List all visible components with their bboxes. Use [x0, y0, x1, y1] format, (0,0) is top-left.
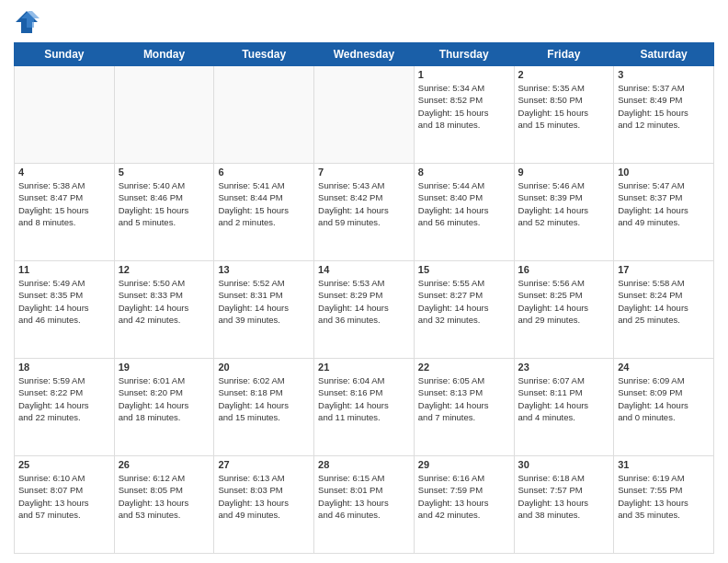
weekday-header-thursday: Thursday — [414, 43, 514, 66]
day-number: 13 — [218, 264, 310, 275]
day-info: Sunrise: 5:50 AM Sunset: 8:33 PM Dayligh… — [119, 277, 210, 326]
calendar-cell: 22Sunrise: 6:05 AM Sunset: 8:13 PM Dayli… — [414, 359, 514, 456]
calendar-cell: 28Sunrise: 6:15 AM Sunset: 8:01 PM Dayli… — [314, 456, 415, 554]
calendar-week-1: 4Sunrise: 5:38 AM Sunset: 8:47 PM Daylig… — [15, 164, 714, 261]
day-info: Sunrise: 6:18 AM Sunset: 7:57 PM Dayligh… — [518, 472, 610, 521]
day-info: Sunrise: 5:44 AM Sunset: 8:40 PM Dayligh… — [418, 179, 510, 228]
day-number: 28 — [318, 459, 410, 470]
calendar-cell: 10Sunrise: 5:47 AM Sunset: 8:37 PM Dayli… — [614, 164, 714, 261]
day-number: 22 — [418, 362, 510, 373]
calendar-week-3: 18Sunrise: 5:59 AM Sunset: 8:22 PM Dayli… — [15, 359, 714, 456]
day-number: 9 — [518, 167, 610, 178]
day-info: Sunrise: 6:13 AM Sunset: 8:03 PM Dayligh… — [218, 472, 310, 521]
calendar-cell: 17Sunrise: 5:58 AM Sunset: 8:24 PM Dayli… — [614, 261, 714, 359]
day-number: 29 — [418, 459, 510, 470]
calendar-cell — [214, 66, 314, 164]
day-info: Sunrise: 6:09 AM Sunset: 8:09 PM Dayligh… — [618, 374, 710, 423]
calendar-cell: 11Sunrise: 5:49 AM Sunset: 8:35 PM Dayli… — [15, 261, 115, 359]
calendar-cell: 24Sunrise: 6:09 AM Sunset: 8:09 PM Dayli… — [614, 359, 714, 456]
day-info: Sunrise: 5:53 AM Sunset: 8:29 PM Dayligh… — [318, 277, 410, 326]
day-number: 18 — [18, 362, 110, 373]
day-number: 12 — [119, 264, 210, 275]
day-number: 31 — [618, 459, 710, 470]
weekday-header-friday: Friday — [514, 43, 614, 66]
day-info: Sunrise: 6:01 AM Sunset: 8:20 PM Dayligh… — [119, 374, 210, 423]
calendar-cell: 4Sunrise: 5:38 AM Sunset: 8:47 PM Daylig… — [15, 164, 115, 261]
calendar-cell: 29Sunrise: 6:16 AM Sunset: 7:59 PM Dayli… — [414, 456, 514, 554]
day-info: Sunrise: 6:10 AM Sunset: 8:07 PM Dayligh… — [18, 472, 110, 521]
calendar-cell: 30Sunrise: 6:18 AM Sunset: 7:57 PM Dayli… — [514, 456, 614, 554]
day-number: 7 — [318, 167, 410, 178]
day-info: Sunrise: 6:19 AM Sunset: 7:55 PM Dayligh… — [618, 472, 710, 521]
day-number: 8 — [418, 167, 510, 178]
calendar-cell: 14Sunrise: 5:53 AM Sunset: 8:29 PM Dayli… — [314, 261, 415, 359]
calendar-cell: 16Sunrise: 5:56 AM Sunset: 8:25 PM Dayli… — [514, 261, 614, 359]
calendar-week-4: 25Sunrise: 6:10 AM Sunset: 8:07 PM Dayli… — [15, 456, 714, 554]
day-number: 30 — [518, 459, 610, 470]
day-number: 15 — [418, 264, 510, 275]
calendar-cell: 21Sunrise: 6:04 AM Sunset: 8:16 PM Dayli… — [314, 359, 415, 456]
calendar-cell — [314, 66, 415, 164]
day-number: 19 — [119, 362, 210, 373]
day-info: Sunrise: 6:02 AM Sunset: 8:18 PM Dayligh… — [218, 374, 310, 423]
day-number: 11 — [18, 264, 110, 275]
day-number: 25 — [18, 459, 110, 470]
day-number: 27 — [218, 459, 310, 470]
day-number: 24 — [618, 362, 710, 373]
day-number: 16 — [518, 264, 610, 275]
day-info: Sunrise: 5:37 AM Sunset: 8:49 PM Dayligh… — [618, 82, 710, 131]
day-number: 21 — [318, 362, 410, 373]
day-info: Sunrise: 5:35 AM Sunset: 8:50 PM Dayligh… — [518, 82, 610, 131]
day-info: Sunrise: 5:34 AM Sunset: 8:52 PM Dayligh… — [418, 82, 510, 131]
calendar-week-0: 1Sunrise: 5:34 AM Sunset: 8:52 PM Daylig… — [15, 66, 714, 164]
day-info: Sunrise: 5:40 AM Sunset: 8:46 PM Dayligh… — [119, 179, 210, 228]
calendar-table: SundayMondayTuesdayWednesdayThursdayFrid… — [14, 42, 714, 554]
day-info: Sunrise: 5:38 AM Sunset: 8:47 PM Dayligh… — [18, 179, 110, 228]
day-info: Sunrise: 5:47 AM Sunset: 8:37 PM Dayligh… — [618, 179, 710, 228]
day-info: Sunrise: 5:49 AM Sunset: 8:35 PM Dayligh… — [18, 277, 110, 326]
day-number: 4 — [18, 167, 110, 178]
calendar-cell: 7Sunrise: 5:43 AM Sunset: 8:42 PM Daylig… — [314, 164, 415, 261]
day-number: 2 — [518, 69, 610, 80]
day-number: 5 — [119, 167, 210, 178]
calendar-cell: 18Sunrise: 5:59 AM Sunset: 8:22 PM Dayli… — [15, 359, 115, 456]
weekday-header-saturday: Saturday — [614, 43, 714, 66]
day-number: 23 — [518, 362, 610, 373]
day-info: Sunrise: 5:41 AM Sunset: 8:44 PM Dayligh… — [218, 179, 310, 228]
header — [14, 9, 714, 35]
weekday-header-sunday: Sunday — [15, 43, 115, 66]
calendar-cell: 3Sunrise: 5:37 AM Sunset: 8:49 PM Daylig… — [614, 66, 714, 164]
day-number: 6 — [218, 167, 310, 178]
day-info: Sunrise: 5:56 AM Sunset: 8:25 PM Dayligh… — [518, 277, 610, 326]
calendar-cell: 25Sunrise: 6:10 AM Sunset: 8:07 PM Dayli… — [15, 456, 115, 554]
day-number: 20 — [218, 362, 310, 373]
calendar-body: 1Sunrise: 5:34 AM Sunset: 8:52 PM Daylig… — [15, 66, 714, 554]
day-info: Sunrise: 6:07 AM Sunset: 8:11 PM Dayligh… — [518, 374, 610, 423]
logo — [14, 9, 43, 35]
day-info: Sunrise: 6:04 AM Sunset: 8:16 PM Dayligh… — [318, 374, 410, 423]
calendar-cell: 1Sunrise: 5:34 AM Sunset: 8:52 PM Daylig… — [414, 66, 514, 164]
calendar-cell: 9Sunrise: 5:46 AM Sunset: 8:39 PM Daylig… — [514, 164, 614, 261]
day-info: Sunrise: 6:05 AM Sunset: 8:13 PM Dayligh… — [418, 374, 510, 423]
logo-icon — [14, 9, 40, 35]
calendar-cell: 15Sunrise: 5:55 AM Sunset: 8:27 PM Dayli… — [414, 261, 514, 359]
weekday-header-wednesday: Wednesday — [314, 43, 415, 66]
calendar-cell: 5Sunrise: 5:40 AM Sunset: 8:46 PM Daylig… — [114, 164, 214, 261]
day-number: 3 — [618, 69, 710, 80]
calendar-cell: 19Sunrise: 6:01 AM Sunset: 8:20 PM Dayli… — [114, 359, 214, 456]
day-info: Sunrise: 6:12 AM Sunset: 8:05 PM Dayligh… — [119, 472, 210, 521]
calendar-cell: 20Sunrise: 6:02 AM Sunset: 8:18 PM Dayli… — [214, 359, 314, 456]
page: SundayMondayTuesdayWednesdayThursdayFrid… — [0, 0, 728, 563]
day-info: Sunrise: 5:59 AM Sunset: 8:22 PM Dayligh… — [18, 374, 110, 423]
calendar-cell: 6Sunrise: 5:41 AM Sunset: 8:44 PM Daylig… — [214, 164, 314, 261]
calendar-cell — [15, 66, 115, 164]
day-number: 17 — [618, 264, 710, 275]
calendar-cell: 8Sunrise: 5:44 AM Sunset: 8:40 PM Daylig… — [414, 164, 514, 261]
day-info: Sunrise: 5:52 AM Sunset: 8:31 PM Dayligh… — [218, 277, 310, 326]
calendar-cell: 23Sunrise: 6:07 AM Sunset: 8:11 PM Dayli… — [514, 359, 614, 456]
weekday-row: SundayMondayTuesdayWednesdayThursdayFrid… — [15, 43, 714, 66]
calendar-header: SundayMondayTuesdayWednesdayThursdayFrid… — [15, 43, 714, 66]
calendar-cell: 13Sunrise: 5:52 AM Sunset: 8:31 PM Dayli… — [214, 261, 314, 359]
calendar-cell: 31Sunrise: 6:19 AM Sunset: 7:55 PM Dayli… — [614, 456, 714, 554]
day-info: Sunrise: 5:46 AM Sunset: 8:39 PM Dayligh… — [518, 179, 610, 228]
